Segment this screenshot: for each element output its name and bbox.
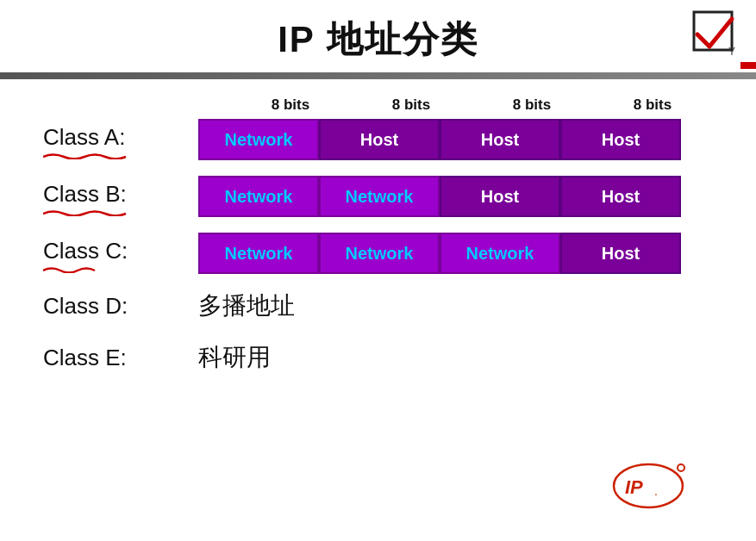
class-a-label: Class A:	[43, 124, 198, 156]
class-a-seg-2: Host	[440, 119, 560, 160]
svg-point-2	[614, 464, 683, 507]
svg-point-5	[678, 464, 684, 471]
red-accent	[740, 62, 756, 69]
class-e-row: Class E: 科研用	[43, 341, 713, 374]
class-b-underline	[43, 209, 129, 216]
class-b-seg-2: Host	[440, 176, 560, 217]
class-b-segments: Network Network Host Host	[198, 176, 681, 217]
class-a-row: Class A: Network Host Host Host	[43, 119, 713, 160]
class-a-seg-1: Host	[319, 119, 440, 160]
class-a-segments: Network Host Host Host	[198, 119, 681, 160]
class-a-seg-3: Host	[560, 119, 681, 160]
class-d-row: Class D: 多播地址	[43, 289, 713, 322]
class-c-seg-1: Network	[319, 233, 440, 274]
class-b-seg-3: Host	[560, 176, 681, 217]
bit-label-3: 8 bits	[472, 96, 592, 114]
class-c-underline	[43, 266, 103, 273]
class-b-seg-0: Network	[198, 176, 319, 217]
svg-text:Y: Y	[728, 46, 735, 58]
page-title: IP 地址分类	[0, 0, 756, 72]
bits-row: 8 bits 8 bits 8 bits 8 bits	[207, 96, 713, 114]
class-c-segments: Network Network Network Host	[198, 233, 681, 274]
class-d-description: 多播地址	[198, 289, 295, 322]
class-c-seg-3: Host	[560, 233, 681, 274]
class-c-seg-2: Network	[440, 233, 560, 274]
bit-label-2: 8 bits	[351, 96, 472, 114]
class-c-label: Class C:	[43, 238, 198, 270]
class-b-label: Class B:	[43, 181, 198, 213]
svg-text:IP: IP	[625, 476, 643, 498]
class-e-description: 科研用	[198, 341, 271, 374]
class-c-seg-0: Network	[198, 233, 319, 274]
bit-label-1: 8 bits	[230, 96, 351, 114]
svg-text:.: .	[654, 484, 658, 498]
class-a-seg-0: Network	[198, 119, 319, 160]
bit-label-4: 8 bits	[592, 96, 713, 114]
checkmark-logo: Y	[689, 7, 739, 57]
class-a-underline	[43, 152, 129, 159]
ip-circle-annotation: IP .	[609, 456, 687, 515]
class-b-seg-1: Network	[319, 176, 440, 217]
top-bar	[0, 72, 756, 79]
class-b-row: Class B: Network Network Host Host	[43, 176, 713, 217]
class-d-label: Class D:	[43, 293, 198, 320]
class-e-label: Class E:	[43, 345, 198, 371]
class-c-row: Class C: Network Network Network Host	[43, 233, 713, 274]
